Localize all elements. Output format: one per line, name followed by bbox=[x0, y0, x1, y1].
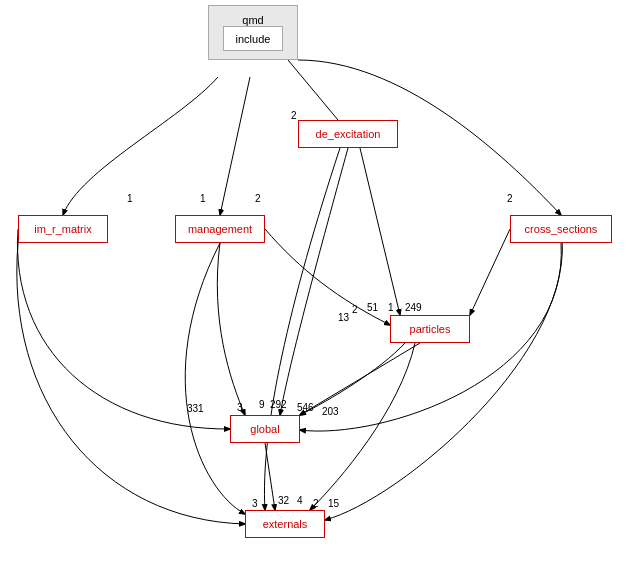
management-label: management bbox=[188, 223, 252, 235]
svg-line-3 bbox=[470, 229, 510, 315]
svg-line-5 bbox=[265, 443, 275, 510]
edge-label-9: 1 bbox=[388, 302, 394, 313]
edge-label-7: 13 bbox=[338, 312, 349, 323]
edge-label-1: 2 bbox=[291, 110, 297, 121]
im-r-matrix-node: im_r_matrix bbox=[18, 215, 108, 243]
edge-label-20: 2 bbox=[313, 498, 319, 509]
edge-label-3: 2 bbox=[255, 193, 261, 204]
edge-label-12: 9 bbox=[259, 399, 265, 410]
edge-label-5: 2 bbox=[507, 193, 513, 204]
svg-line-2 bbox=[360, 148, 400, 315]
externals-node: externals bbox=[245, 510, 325, 538]
edge-label-6: 2 bbox=[352, 304, 358, 315]
global-label: global bbox=[250, 423, 279, 435]
edge-label-10: 249 bbox=[405, 302, 422, 313]
management-node: management bbox=[175, 215, 265, 243]
edge-label-21: 15 bbox=[328, 498, 339, 509]
qmd-node: qmd include bbox=[208, 5, 298, 60]
edge-label-4: 1 bbox=[127, 193, 133, 204]
edge-label-8: 51 bbox=[367, 302, 378, 313]
edge-label-13: 292 bbox=[270, 399, 287, 410]
particles-node: particles bbox=[390, 315, 470, 343]
edge-label-2: 1 bbox=[200, 193, 206, 204]
edge-label-17: 3 bbox=[252, 498, 258, 509]
edge-label-16: 203 bbox=[322, 406, 339, 417]
externals-label: externals bbox=[263, 518, 308, 530]
edge-label-15: 331 bbox=[187, 403, 204, 414]
diagram-container: qmd include de_excitation im_r_matrix ma… bbox=[0, 0, 631, 585]
edge-label-11: 3 bbox=[237, 402, 243, 413]
svg-line-1 bbox=[220, 77, 250, 215]
edge-label-14: 546 bbox=[297, 402, 314, 413]
de-excitation-label: de_excitation bbox=[316, 128, 381, 140]
include-node: include bbox=[223, 26, 283, 51]
global-node: global bbox=[230, 415, 300, 443]
edge-label-18: 32 bbox=[278, 495, 289, 506]
qmd-label: qmd bbox=[242, 14, 263, 26]
im-r-matrix-label: im_r_matrix bbox=[34, 223, 91, 235]
svg-line-4 bbox=[300, 343, 420, 415]
edge-label-19: 4 bbox=[297, 495, 303, 506]
include-label: include bbox=[236, 33, 271, 45]
de-excitation-node: de_excitation bbox=[298, 120, 398, 148]
cross-sections-label: cross_sections bbox=[525, 223, 598, 235]
particles-label: particles bbox=[410, 323, 451, 335]
cross-sections-node: cross_sections bbox=[510, 215, 612, 243]
